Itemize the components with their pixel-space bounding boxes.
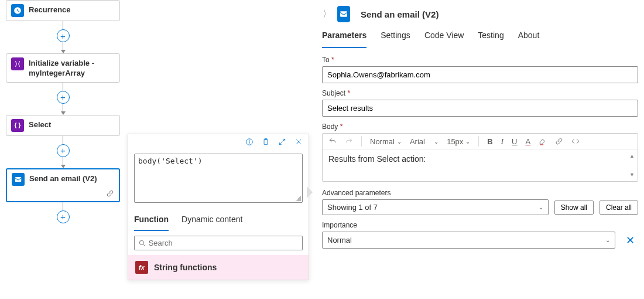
connector: +: [6, 202, 120, 223]
function-search[interactable]: [134, 236, 303, 250]
add-step-button[interactable]: +: [57, 91, 70, 104]
panel-title: Send an email (V2): [361, 9, 439, 19]
add-step-button[interactable]: +: [57, 210, 70, 223]
tab-parameters[interactable]: Parameters: [322, 28, 366, 48]
italic-button[interactable]: I: [501, 137, 503, 146]
tab-function[interactable]: Function: [134, 211, 169, 231]
subject-label: Subject *: [322, 89, 638, 97]
flow-step-label: Recurrence: [29, 4, 71, 15]
info-icon[interactable]: [245, 138, 254, 148]
show-all-button[interactable]: Show all: [554, 201, 594, 215]
fx-icon: fx: [135, 261, 148, 274]
chevron-down-icon: ⌄: [539, 204, 543, 210]
body-textarea[interactable]: Results from Select action: ▲▼: [323, 150, 638, 181]
action-details-panel: 〉 Send an email (V2) Parameters Settings…: [316, 0, 644, 299]
flow-step-select[interactable]: Select: [6, 115, 120, 136]
connector: +: [6, 136, 120, 168]
advanced-parameters-select[interactable]: Showing 1 of 7 ⌄: [322, 199, 549, 215]
clipboard-icon[interactable]: [262, 138, 270, 148]
font-size-select[interactable]: 15px ⌄: [447, 137, 470, 146]
expression-input[interactable]: body('Select'): [134, 154, 303, 203]
remove-parameter-button[interactable]: ✕: [622, 234, 638, 247]
function-search-input[interactable]: [149, 239, 299, 247]
link-button[interactable]: [555, 137, 563, 145]
close-icon[interactable]: [294, 138, 303, 148]
redo-button[interactable]: [345, 137, 353, 145]
advanced-parameters-label: Advanced parameters: [322, 189, 638, 197]
importance-label: Importance: [322, 221, 638, 229]
importance-value: Normal: [327, 236, 352, 244]
connector: +: [6, 21, 120, 53]
flow-step-recurrence[interactable]: Recurrence: [6, 0, 120, 21]
subject-field[interactable]: [322, 100, 638, 117]
svg-point-3: [249, 140, 250, 141]
clear-all-button[interactable]: Clear all: [600, 201, 638, 215]
font-family-select[interactable]: Arial ⌄: [410, 137, 439, 146]
connector: +: [6, 83, 120, 115]
add-step-button[interactable]: +: [57, 144, 70, 157]
underline-button[interactable]: U: [512, 137, 517, 146]
tab-code-view[interactable]: Code View: [424, 28, 464, 48]
flow-step-label: Select: [29, 119, 51, 130]
flow-step-initialize-variable[interactable]: Initialize variable - myIntegerArray: [6, 53, 120, 83]
outlook-icon: [337, 6, 350, 22]
connection-icon: [106, 189, 114, 199]
font-color-button[interactable]: A: [525, 137, 530, 146]
code-view-button[interactable]: [571, 137, 580, 145]
flow-step-label: Initialize variable - myIntegerArray: [29, 57, 115, 79]
body-editor: Normal ⌄ Arial ⌄ 15px ⌄ B I U A Results …: [322, 133, 638, 182]
svg-point-8: [139, 240, 143, 244]
category-string-functions[interactable]: fx String functions: [128, 255, 309, 280]
search-icon: [138, 239, 146, 247]
paragraph-style-select[interactable]: Normal ⌄: [370, 137, 402, 146]
tab-about[interactable]: About: [518, 28, 540, 48]
flow-step-send-email[interactable]: Send an email (V2): [6, 168, 120, 202]
to-field[interactable]: [322, 66, 638, 83]
add-step-button[interactable]: +: [57, 29, 70, 42]
collapse-panel-button[interactable]: 〉: [323, 8, 330, 21]
clock-icon: [11, 4, 24, 17]
advanced-showing-text: Showing 1 of 7: [327, 203, 378, 212]
braces-icon: [11, 119, 24, 132]
category-label: String functions: [154, 263, 217, 272]
undo-button[interactable]: [328, 137, 337, 145]
expand-icon[interactable]: [278, 138, 286, 148]
chevron-down-icon: ⌄: [605, 237, 610, 243]
tab-dynamic-content[interactable]: Dynamic content: [181, 211, 242, 231]
scrollbar[interactable]: ▲▼: [629, 153, 636, 178]
svg-line-9: [143, 244, 145, 246]
body-content: Results from Select action:: [328, 154, 426, 164]
variable-icon: [11, 57, 24, 70]
body-label: Body *: [322, 123, 638, 131]
flow-step-label: Send an email (V2): [29, 173, 97, 184]
tab-testing[interactable]: Testing: [478, 28, 503, 48]
importance-select[interactable]: Normal ⌄: [322, 232, 615, 249]
expression-popover: body('Select') Function Dynamic content …: [128, 134, 309, 280]
to-label: To *: [322, 56, 638, 64]
bold-button[interactable]: B: [487, 137, 492, 146]
svg-rect-10: [340, 11, 347, 16]
svg-rect-0: [15, 177, 22, 182]
highlight-button[interactable]: [539, 137, 547, 145]
popover-pointer: [307, 186, 313, 198]
outlook-icon: [12, 173, 25, 186]
tab-settings[interactable]: Settings: [381, 28, 410, 48]
